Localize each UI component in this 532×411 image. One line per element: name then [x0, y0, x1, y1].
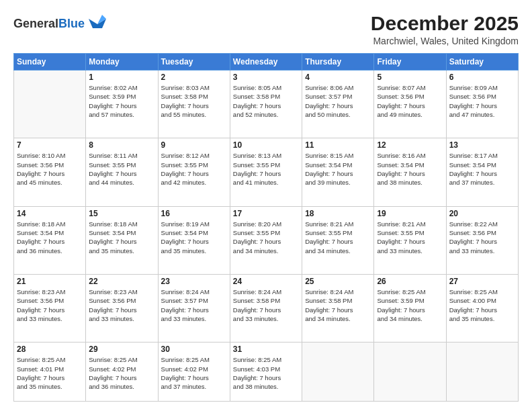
calendar-col-monday: Monday — [86, 54, 158, 71]
day-info: Sunrise: 8:10 AM Sunset: 3:56 PM Dayligh… — [17, 151, 83, 187]
day-number: 1 — [89, 73, 154, 82]
day-info: Sunrise: 8:03 AM Sunset: 3:58 PM Dayligh… — [161, 83, 227, 119]
day-info: Sunrise: 8:07 AM Sunset: 3:56 PM Dayligh… — [377, 83, 443, 119]
day-number: 21 — [17, 277, 83, 286]
calendar-cell: 21Sunrise: 8:23 AM Sunset: 3:56 PM Dayli… — [14, 274, 86, 342]
calendar-week-row: 14Sunrise: 8:18 AM Sunset: 3:54 PM Dayli… — [14, 206, 519, 274]
calendar-cell: 18Sunrise: 8:21 AM Sunset: 3:55 PM Dayli… — [302, 206, 374, 274]
calendar-cell: 4Sunrise: 8:06 AM Sunset: 3:57 PM Daylig… — [302, 71, 374, 138]
day-number: 7 — [17, 140, 83, 150]
day-number: 18 — [305, 209, 371, 218]
calendar-cell — [374, 342, 446, 402]
calendar-week-row: 21Sunrise: 8:23 AM Sunset: 3:56 PM Dayli… — [14, 274, 519, 342]
day-info: Sunrise: 8:06 AM Sunset: 3:57 PM Dayligh… — [305, 83, 371, 119]
day-number: 15 — [89, 209, 154, 218]
calendar-week-row: 1Sunrise: 8:02 AM Sunset: 3:59 PM Daylig… — [14, 71, 519, 138]
calendar-cell: 15Sunrise: 8:18 AM Sunset: 3:54 PM Dayli… — [86, 206, 158, 274]
day-info: Sunrise: 8:25 AM Sunset: 4:00 PM Dayligh… — [449, 287, 515, 323]
calendar-cell: 25Sunrise: 8:24 AM Sunset: 3:58 PM Dayli… — [302, 274, 374, 342]
day-number: 27 — [449, 277, 515, 286]
calendar-cell: 29Sunrise: 8:25 AM Sunset: 4:02 PM Dayli… — [86, 342, 158, 402]
day-number: 4 — [305, 73, 371, 82]
calendar-col-sunday: Sunday — [14, 54, 86, 71]
calendar-cell: 10Sunrise: 8:13 AM Sunset: 3:55 PM Dayli… — [230, 138, 302, 206]
day-info: Sunrise: 8:24 AM Sunset: 3:58 PM Dayligh… — [305, 287, 371, 323]
day-info: Sunrise: 8:15 AM Sunset: 3:54 PM Dayligh… — [305, 151, 371, 187]
month-title: December 2025 — [371, 12, 519, 34]
day-info: Sunrise: 8:12 AM Sunset: 3:55 PM Dayligh… — [161, 151, 227, 187]
calendar-cell: 6Sunrise: 8:09 AM Sunset: 3:56 PM Daylig… — [446, 71, 518, 138]
day-info: Sunrise: 8:25 AM Sunset: 4:02 PM Dayligh… — [89, 355, 154, 391]
logo: GeneralBlue — [13, 12, 107, 35]
calendar-col-tuesday: Tuesday — [158, 54, 230, 71]
day-number: 23 — [161, 277, 227, 286]
logo-blue: Blue — [58, 17, 85, 30]
calendar-header-row: SundayMondayTuesdayWednesdayThursdayFrid… — [14, 54, 519, 71]
day-info: Sunrise: 8:24 AM Sunset: 3:57 PM Dayligh… — [161, 287, 227, 323]
logo-text: GeneralBlue — [13, 17, 85, 31]
calendar-cell: 1Sunrise: 8:02 AM Sunset: 3:59 PM Daylig… — [86, 71, 158, 138]
calendar-cell: 30Sunrise: 8:25 AM Sunset: 4:02 PM Dayli… — [158, 342, 230, 402]
calendar-cell: 19Sunrise: 8:21 AM Sunset: 3:55 PM Dayli… — [374, 206, 446, 274]
day-number: 29 — [89, 345, 154, 354]
calendar-col-wednesday: Wednesday — [230, 54, 302, 71]
calendar-cell: 8Sunrise: 8:11 AM Sunset: 3:55 PM Daylig… — [86, 138, 158, 206]
day-number: 8 — [89, 140, 154, 150]
calendar-cell: 28Sunrise: 8:25 AM Sunset: 4:01 PM Dayli… — [14, 342, 86, 402]
day-info: Sunrise: 8:24 AM Sunset: 3:58 PM Dayligh… — [233, 287, 299, 323]
day-info: Sunrise: 8:25 AM Sunset: 4:02 PM Dayligh… — [161, 355, 227, 391]
location: Marchwiel, Wales, United Kingdom — [371, 36, 519, 46]
calendar-cell: 31Sunrise: 8:25 AM Sunset: 4:03 PM Dayli… — [230, 342, 302, 402]
calendar-cell: 22Sunrise: 8:23 AM Sunset: 3:56 PM Dayli… — [86, 274, 158, 342]
calendar-cell: 13Sunrise: 8:17 AM Sunset: 3:54 PM Dayli… — [446, 138, 518, 206]
day-number: 9 — [161, 140, 227, 150]
day-info: Sunrise: 8:11 AM Sunset: 3:55 PM Dayligh… — [89, 151, 154, 187]
day-number: 6 — [449, 73, 515, 82]
calendar-cell: 14Sunrise: 8:18 AM Sunset: 3:54 PM Dayli… — [14, 206, 86, 274]
day-info: Sunrise: 8:21 AM Sunset: 3:55 PM Dayligh… — [305, 220, 371, 255]
calendar-cell: 24Sunrise: 8:24 AM Sunset: 3:58 PM Dayli… — [230, 274, 302, 342]
title-block: December 2025 Marchwiel, Wales, United K… — [371, 12, 519, 46]
day-number: 19 — [377, 209, 443, 218]
day-info: Sunrise: 8:18 AM Sunset: 3:54 PM Dayligh… — [17, 220, 83, 255]
calendar-cell: 23Sunrise: 8:24 AM Sunset: 3:57 PM Dayli… — [158, 274, 230, 342]
day-number: 5 — [377, 73, 443, 82]
page: GeneralBlue December 2025 Marchwiel, Wal… — [0, 0, 532, 411]
calendar-cell: 2Sunrise: 8:03 AM Sunset: 3:58 PM Daylig… — [158, 71, 230, 138]
day-info: Sunrise: 8:23 AM Sunset: 3:56 PM Dayligh… — [17, 287, 83, 323]
day-info: Sunrise: 8:09 AM Sunset: 3:56 PM Dayligh… — [449, 83, 515, 119]
day-info: Sunrise: 8:25 AM Sunset: 4:01 PM Dayligh… — [17, 355, 83, 391]
calendar-cell: 16Sunrise: 8:19 AM Sunset: 3:54 PM Dayli… — [158, 206, 230, 274]
calendar-col-friday: Friday — [374, 54, 446, 71]
day-info: Sunrise: 8:16 AM Sunset: 3:54 PM Dayligh… — [377, 151, 443, 187]
day-number: 12 — [377, 140, 443, 150]
calendar-cell: 3Sunrise: 8:05 AM Sunset: 3:58 PM Daylig… — [230, 71, 302, 138]
calendar-cell: 12Sunrise: 8:16 AM Sunset: 3:54 PM Dayli… — [374, 138, 446, 206]
day-info: Sunrise: 8:22 AM Sunset: 3:56 PM Dayligh… — [449, 220, 515, 255]
day-info: Sunrise: 8:19 AM Sunset: 3:54 PM Dayligh… — [161, 220, 227, 255]
day-info: Sunrise: 8:25 AM Sunset: 4:03 PM Dayligh… — [233, 355, 299, 391]
day-info: Sunrise: 8:18 AM Sunset: 3:54 PM Dayligh… — [89, 220, 154, 255]
calendar-cell: 5Sunrise: 8:07 AM Sunset: 3:56 PM Daylig… — [374, 71, 446, 138]
day-info: Sunrise: 8:20 AM Sunset: 3:55 PM Dayligh… — [233, 220, 299, 255]
logo-general: General — [13, 17, 58, 30]
day-number: 24 — [233, 277, 299, 286]
calendar-col-saturday: Saturday — [446, 54, 518, 71]
logo-icon — [87, 12, 107, 35]
calendar-cell: 11Sunrise: 8:15 AM Sunset: 3:54 PM Dayli… — [302, 138, 374, 206]
day-info: Sunrise: 8:02 AM Sunset: 3:59 PM Dayligh… — [89, 83, 154, 119]
day-info: Sunrise: 8:05 AM Sunset: 3:58 PM Dayligh… — [233, 83, 299, 119]
calendar-cell: 26Sunrise: 8:25 AM Sunset: 3:59 PM Dayli… — [374, 274, 446, 342]
day-info: Sunrise: 8:17 AM Sunset: 3:54 PM Dayligh… — [449, 151, 515, 187]
calendar-cell: 7Sunrise: 8:10 AM Sunset: 3:56 PM Daylig… — [14, 138, 86, 206]
day-number: 17 — [233, 209, 299, 218]
calendar-cell: 27Sunrise: 8:25 AM Sunset: 4:00 PM Dayli… — [446, 274, 518, 342]
day-number: 2 — [161, 73, 227, 82]
day-number: 3 — [233, 73, 299, 82]
calendar-cell — [446, 342, 518, 402]
calendar-week-row: 28Sunrise: 8:25 AM Sunset: 4:01 PM Dayli… — [14, 342, 519, 402]
day-number: 25 — [305, 277, 371, 286]
day-number: 16 — [161, 209, 227, 218]
day-info: Sunrise: 8:23 AM Sunset: 3:56 PM Dayligh… — [89, 287, 154, 323]
day-info: Sunrise: 8:21 AM Sunset: 3:55 PM Dayligh… — [377, 220, 443, 255]
